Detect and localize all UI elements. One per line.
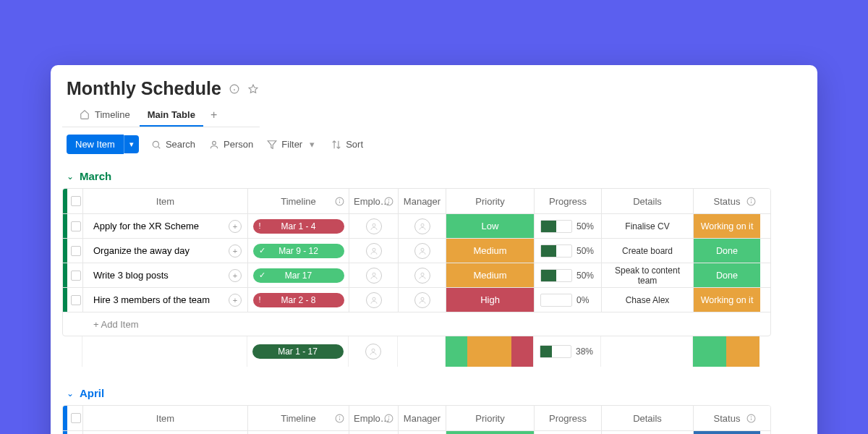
group-header[interactable]: ⌄March <box>56 167 817 188</box>
chevron-down-icon: ⌄ <box>67 388 74 399</box>
col-details[interactable]: Details <box>602 189 694 213</box>
col-progress[interactable]: Progress <box>535 406 602 430</box>
col-timeline[interactable]: Timeline <box>248 189 349 213</box>
employee-avatar[interactable] <box>366 243 382 259</box>
timeline-status-icon: ! <box>259 295 261 304</box>
details-text[interactable]: Finalise CV <box>622 221 672 231</box>
select-all-checkbox[interactable] <box>71 413 81 423</box>
filter-icon <box>266 139 278 150</box>
progress-cell[interactable]: 50% <box>535 220 601 233</box>
svg-point-25 <box>371 349 374 352</box>
col-employee[interactable]: Emplo… <box>349 406 399 430</box>
person-filter-button[interactable]: Person <box>207 136 255 153</box>
row-checkbox[interactable] <box>71 271 81 281</box>
add-item-input[interactable]: + Add Item <box>63 312 770 336</box>
sort-button[interactable]: Sort <box>329 136 365 153</box>
star-icon[interactable] <box>247 83 259 95</box>
timeline-status-icon: ✓ <box>259 246 265 255</box>
timeline-status-icon: ✓ <box>259 271 265 280</box>
svg-point-17 <box>372 224 375 226</box>
employee-avatar[interactable] <box>366 268 382 284</box>
group-name: March <box>80 170 111 182</box>
search-button[interactable]: Search <box>149 136 197 153</box>
status-summary-bar <box>693 336 760 367</box>
add-subitem-icon[interactable]: + <box>229 244 242 258</box>
item-name: Organize the away day <box>93 245 190 256</box>
priority-cell[interactable]: Medium <box>446 263 534 287</box>
svg-point-31 <box>388 417 389 417</box>
item-name: Hire 3 members of the team <box>93 294 210 305</box>
col-priority[interactable]: Priority <box>446 189 535 213</box>
priority-cell[interactable]: Low <box>446 431 534 434</box>
timeline-pill[interactable]: ✓Mar 9 - 12 <box>253 244 344 258</box>
row-checkbox[interactable] <box>71 221 81 231</box>
col-progress[interactable]: Progress <box>535 189 602 213</box>
timeline-pill[interactable]: ✓Mar 17 <box>253 268 344 283</box>
col-status[interactable]: Status <box>694 189 760 213</box>
col-status[interactable]: Status <box>694 406 760 430</box>
timeline-pill[interactable]: !Mar 1 - 4 <box>253 219 344 234</box>
manager-avatar[interactable] <box>414 268 430 284</box>
add-subitem-icon[interactable]: + <box>229 294 242 307</box>
summary-timeline: Mar 1 - 17 <box>252 344 344 359</box>
col-timeline[interactable]: Timeline <box>248 406 349 430</box>
select-all-checkbox[interactable] <box>71 196 81 206</box>
table-row[interactable]: Plan the next TED talk+ !Apr 1 - 8 Low 5… <box>63 430 770 434</box>
details-text[interactable]: Create board <box>619 246 676 256</box>
tab-timeline[interactable]: Timeline <box>71 103 138 127</box>
status-cell[interactable]: Done <box>694 263 760 287</box>
col-details[interactable]: Details <box>602 406 694 430</box>
details-text[interactable]: Speak to content team <box>602 265 693 286</box>
status-cell[interactable]: Not yet <box>694 431 760 434</box>
col-employee[interactable]: Emplo… <box>349 189 399 213</box>
timeline-pill[interactable]: !Mar 2 - 8 <box>253 293 344 307</box>
progress-cell[interactable]: 50% <box>535 269 601 282</box>
tab-timeline-label: Timeline <box>95 109 130 120</box>
priority-cell[interactable]: Low <box>446 214 534 238</box>
group-header[interactable]: ⌄April <box>56 384 817 405</box>
filter-button[interactable]: Filter ▾ <box>265 136 319 153</box>
group-summary: Mar 1 - 17 38% <box>62 336 771 367</box>
progress-cell[interactable]: 0% <box>535 294 601 307</box>
add-subitem-icon[interactable]: + <box>229 269 242 282</box>
new-item-label[interactable]: New Item <box>67 135 124 154</box>
manager-avatar[interactable] <box>414 243 430 259</box>
svg-point-23 <box>372 297 375 300</box>
col-manager[interactable]: Manager <box>399 189 446 213</box>
page-title: Monthly Schedule <box>67 78 221 99</box>
col-priority[interactable]: Priority <box>446 406 535 430</box>
svg-point-6 <box>213 141 216 145</box>
new-item-button[interactable]: New Item ▾ <box>67 135 139 154</box>
new-item-dropdown[interactable]: ▾ <box>124 135 139 153</box>
info-icon[interactable] <box>229 83 240 95</box>
col-manager[interactable]: Manager <box>399 406 446 430</box>
status-cell[interactable]: Working on it <box>694 214 760 238</box>
tab-main-table[interactable]: Main Table <box>140 104 203 127</box>
add-tab-button[interactable]: + <box>205 104 223 126</box>
status-cell[interactable]: Working on it <box>694 288 760 312</box>
manager-avatar[interactable] <box>414 218 430 234</box>
table-row[interactable]: Apply for the XR Scheme+ !Mar 1 - 4 Low … <box>63 213 770 238</box>
add-subitem-icon[interactable]: + <box>229 220 242 233</box>
manager-avatar[interactable] <box>414 292 430 308</box>
home-icon <box>79 109 90 120</box>
details-text[interactable]: Chase Alex <box>623 295 673 305</box>
row-checkbox[interactable] <box>71 295 81 305</box>
priority-cell[interactable]: Medium <box>446 239 534 263</box>
col-item[interactable]: Item <box>83 406 248 430</box>
svg-point-22 <box>420 273 423 276</box>
row-checkbox[interactable] <box>71 246 81 256</box>
table-row[interactable]: Hire 3 members of the team+ !Mar 2 - 8 H… <box>63 287 770 312</box>
status-cell[interactable]: Done <box>694 239 760 263</box>
table-row[interactable]: Organize the away day+ ✓Mar 9 - 12 Mediu… <box>63 238 770 263</box>
col-item[interactable]: Item <box>83 189 248 213</box>
svg-point-34 <box>751 417 752 417</box>
priority-cell[interactable]: High <box>446 288 534 312</box>
employee-avatar[interactable] <box>366 218 382 234</box>
svg-point-19 <box>372 248 375 251</box>
table-row[interactable]: Write 3 blog posts+ ✓Mar 17 Medium 50% S… <box>63 263 770 287</box>
employee-avatar[interactable] <box>366 292 382 308</box>
svg-point-13 <box>388 200 389 200</box>
progress-cell[interactable]: 50% <box>535 244 601 258</box>
svg-point-24 <box>420 297 423 300</box>
